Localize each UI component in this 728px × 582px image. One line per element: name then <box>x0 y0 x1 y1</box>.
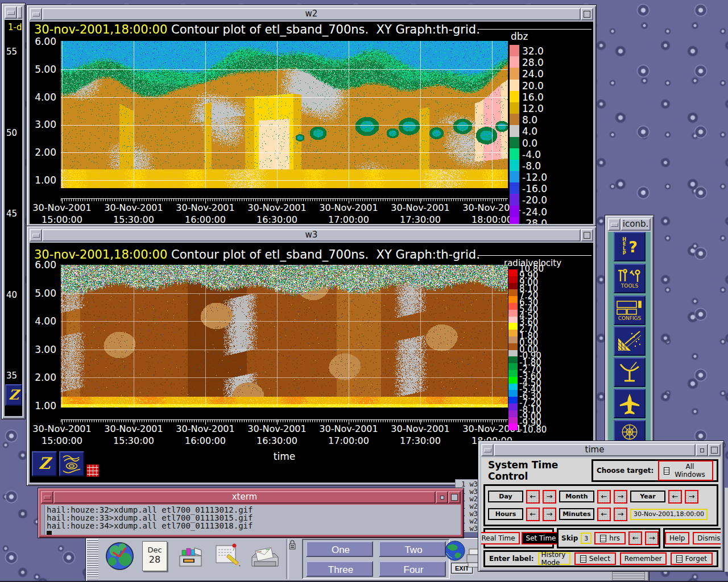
window-title: time <box>494 444 696 456</box>
panel-toggle-widget[interactable] <box>612 572 645 580</box>
file-manager-icon[interactable] <box>177 544 204 571</box>
colorbar-segment <box>508 317 518 323</box>
colorbar-segment <box>510 125 519 136</box>
real-time-button[interactable]: Real Time <box>481 532 520 544</box>
maximize-button[interactable] <box>581 229 593 242</box>
maximize-button[interactable] <box>581 8 593 20</box>
globe-icon[interactable] <box>444 541 466 563</box>
lock-icon[interactable] <box>288 539 296 553</box>
terminal-output[interactable]: hail:houze:32>xdump.all etl700_01113012.… <box>41 505 461 535</box>
remember-button[interactable]: Remember <box>620 552 667 565</box>
window-menu-icon <box>7 11 15 15</box>
maximize-button[interactable] <box>448 491 461 504</box>
year-increment-button[interactable]: → <box>685 490 698 504</box>
label-input-field[interactable]: History Mode <box>538 552 570 565</box>
select-menu[interactable]: Select <box>574 552 616 565</box>
aircraft-button[interactable] <box>614 389 646 418</box>
skip-forward-button[interactable]: → <box>645 531 659 545</box>
workspace-button[interactable]: Four <box>379 561 446 577</box>
window-menu-button[interactable] <box>30 8 42 20</box>
reflectivity-heatmap-canvas <box>61 41 508 198</box>
x-tick: 30-Nov-200116:30:00 <box>241 202 313 224</box>
window-xterm[interactable]: xterm hail:houze:32>xdump.all etl700_011… <box>38 488 464 538</box>
hours-increment-button[interactable]: → <box>543 508 556 521</box>
contour-tool-button[interactable] <box>59 451 84 476</box>
window-iconb[interactable]: iconb. HELP? TOOLS CONFIGS <box>605 215 654 454</box>
minimize-button[interactable] <box>436 491 448 504</box>
window-menu-button[interactable] <box>5 6 17 19</box>
grid-tool-icon[interactable] <box>86 464 99 477</box>
help-button[interactable]: HELP? <box>614 232 646 261</box>
colorbar-segment <box>508 384 518 390</box>
window-title: iconb. <box>621 218 651 231</box>
dismiss-button[interactable]: Dismiss <box>693 532 721 544</box>
configs-button[interactable]: CONFIGS <box>614 296 646 325</box>
plot-title-text: Contour plot of etl_sband_700ns. XY Grap… <box>171 23 480 36</box>
w2-plot-area: 30-nov-2001,18:00:00 Contour plot of etl… <box>30 22 593 224</box>
colorbar-tick-label: 28.0 <box>522 57 547 68</box>
skip-unit-menu[interactable]: hrs <box>594 532 626 544</box>
window-menu-button[interactable] <box>608 218 621 231</box>
forget-menu[interactable]: Forget <box>671 552 713 565</box>
system-time-control-heading: System Time Control <box>483 459 592 482</box>
minimize-button[interactable] <box>696 444 708 456</box>
window-menu-button[interactable] <box>30 229 42 242</box>
tools-button[interactable]: TOOLS <box>614 264 646 293</box>
panel-grip[interactable] <box>87 539 98 579</box>
option-menu-icon <box>600 535 606 542</box>
maximize-icon <box>451 494 458 501</box>
skip-back-button[interactable]: ← <box>628 531 642 545</box>
datetime-field[interactable]: 30-Nov-2001,18:00:00 <box>630 509 708 520</box>
maximize-button[interactable] <box>708 444 721 456</box>
calendar-month: Dec <box>143 546 167 554</box>
antenna-dish-icon <box>617 360 642 384</box>
x-tick-time: 15:30:00 <box>98 435 169 447</box>
workspace-button[interactable]: Three <box>306 561 373 577</box>
minutes-increment-button[interactable]: → <box>614 508 627 521</box>
window-title: w2 <box>42 8 581 20</box>
window-menu-button[interactable] <box>481 444 494 456</box>
month-decrement-button[interactable]: ← <box>597 490 611 504</box>
x-tick-date: 30-Nov-2001 <box>313 423 384 435</box>
axis-tick-label: 2.00 <box>30 372 58 383</box>
colorbar-segment <box>510 171 519 182</box>
day-label: Day <box>488 490 523 502</box>
year-decrement-button[interactable]: ← <box>668 490 682 504</box>
radar-scope-icon <box>617 423 642 442</box>
workspace-button[interactable]: Two <box>379 541 446 557</box>
window-profile-1d[interactable]: 1-d 5550454035 Z <box>1 3 26 419</box>
x-tick: 30-Nov-200116:30:00 <box>241 423 313 447</box>
x-tick-date: 30-Nov-2001 <box>241 202 313 214</box>
radar-scan-button[interactable] <box>614 326 646 356</box>
day-decrement-button[interactable]: ← <box>526 490 540 504</box>
text-note-icon[interactable] <box>214 542 243 571</box>
colorbar-segment <box>510 206 519 217</box>
day-increment-button[interactable]: → <box>543 490 556 504</box>
skip-value-field[interactable]: 3 <box>581 533 592 544</box>
colorbar-tick-label: -8.0 <box>522 160 547 172</box>
workspace-button[interactable]: One <box>306 541 373 557</box>
help-button[interactable]: Help <box>665 532 689 544</box>
zeb-logo-button[interactable]: Z <box>32 451 57 476</box>
window-menu-button[interactable] <box>41 491 53 504</box>
month-increment-button[interactable]: → <box>614 490 627 504</box>
colorbar-segment <box>508 276 518 283</box>
mail-icon[interactable] <box>250 544 280 571</box>
hours-decrement-button[interactable]: ← <box>526 508 540 521</box>
antenna-button[interactable] <box>614 357 646 387</box>
set-time-button[interactable]: Set Time <box>522 532 561 544</box>
window-time[interactable]: time System Time Control Choose target: … <box>478 440 724 572</box>
choose-target-value: All Windows <box>672 463 708 479</box>
window-menu-icon <box>611 223 618 227</box>
terminal-scrollbar[interactable] <box>41 505 45 535</box>
window-w2[interactable]: w2 30-nov-2001,18:00:00 Contour plot of … <box>26 5 597 227</box>
calendar-icon[interactable]: Dec 28 <box>142 541 167 571</box>
minutes-decrement-button[interactable]: ← <box>597 508 611 521</box>
x-axis-title: time <box>250 451 318 462</box>
choose-target-menu[interactable]: All Windows <box>658 460 713 481</box>
zeb-logo-button[interactable]: Z <box>5 384 22 406</box>
colorbar-segment <box>508 404 518 410</box>
clock-globe-icon[interactable] <box>106 542 133 569</box>
forget-label: Forget <box>685 555 707 563</box>
x-tick: 30-Nov-200117:00:00 <box>313 202 384 224</box>
